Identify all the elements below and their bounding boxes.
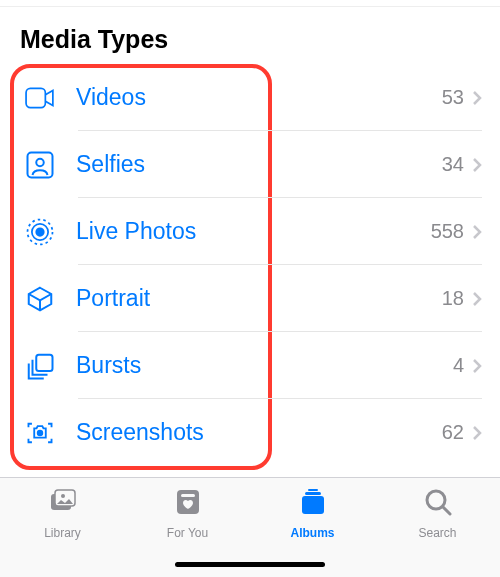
row-videos[interactable]: Videos 53: [18, 64, 482, 131]
albums-tab-icon: [297, 486, 329, 522]
tab-label: Albums: [290, 526, 334, 540]
tab-bar: Library For You Albums: [0, 477, 500, 577]
svg-rect-0: [26, 88, 45, 107]
svg-point-3: [36, 228, 44, 236]
bursts-icon: [18, 351, 62, 381]
screenshot-icon: [18, 418, 62, 448]
svg-rect-1: [28, 152, 53, 177]
row-bursts[interactable]: Bursts 4: [18, 332, 482, 399]
chevron-right-icon: [472, 358, 482, 374]
svg-rect-13: [302, 496, 324, 514]
foryou-tab-icon: [172, 486, 204, 522]
row-count: 34: [442, 153, 472, 176]
row-livephotos[interactable]: Live Photos 558: [18, 198, 482, 265]
tab-library[interactable]: Library: [13, 486, 113, 577]
svg-point-2: [36, 158, 44, 166]
tab-label: Library: [44, 526, 81, 540]
row-screenshots[interactable]: Screenshots 62: [18, 399, 482, 466]
row-count: 53: [442, 86, 472, 109]
video-icon: [18, 83, 62, 113]
row-count: 62: [442, 421, 472, 444]
row-label: Portrait: [62, 285, 442, 312]
row-count: 4: [453, 354, 472, 377]
tab-label: Search: [418, 526, 456, 540]
svg-rect-6: [36, 354, 52, 370]
home-indicator[interactable]: [175, 562, 325, 567]
row-selfies[interactable]: Selfies 34: [18, 131, 482, 198]
search-tab-icon: [422, 486, 454, 522]
row-label: Screenshots: [62, 419, 442, 446]
row-label: Videos: [62, 84, 442, 111]
row-count: 558: [431, 220, 472, 243]
row-label: Bursts: [62, 352, 453, 379]
section-title: Media Types: [20, 25, 480, 54]
chevron-right-icon: [472, 224, 482, 240]
library-tab-icon: [47, 486, 79, 522]
livephoto-icon: [18, 217, 62, 247]
svg-point-10: [61, 494, 65, 498]
chevron-right-icon: [472, 90, 482, 106]
row-label: Live Photos: [62, 218, 431, 245]
row-portrait[interactable]: Portrait 18: [18, 265, 482, 332]
portrait-icon: [18, 284, 62, 314]
chevron-right-icon: [472, 425, 482, 441]
row-count: 18: [442, 287, 472, 310]
media-types-list: Videos 53 Selfies 34 Liv: [0, 64, 500, 466]
selfie-icon: [18, 150, 62, 180]
svg-rect-14: [305, 492, 321, 495]
row-label: Selfies: [62, 151, 442, 178]
svg-rect-15: [308, 489, 318, 491]
tab-search[interactable]: Search: [388, 486, 488, 577]
svg-point-7: [38, 430, 43, 435]
tab-label: For You: [167, 526, 208, 540]
chevron-right-icon: [472, 291, 482, 307]
chevron-right-icon: [472, 157, 482, 173]
section-header: Media Types: [0, 6, 500, 64]
svg-rect-12: [181, 494, 195, 497]
